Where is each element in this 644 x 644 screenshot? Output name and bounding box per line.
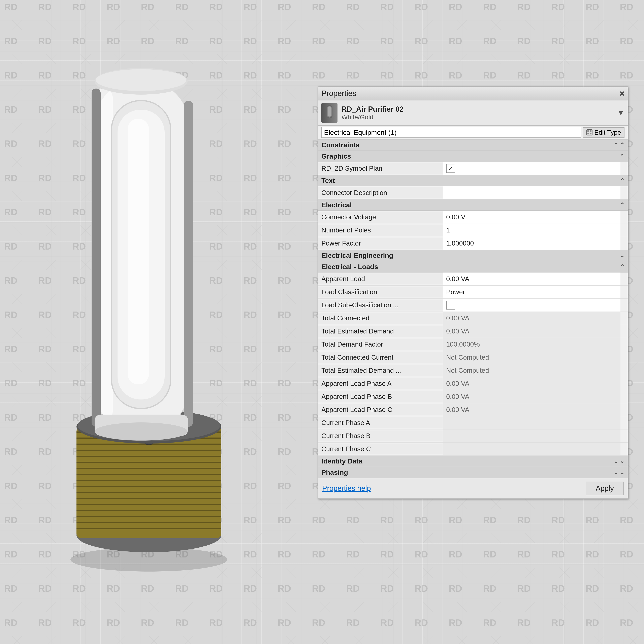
section-constraints[interactable]: Constraints ⌃ ⌃ bbox=[318, 139, 628, 151]
prop-label-connected-current: Total Connected Current bbox=[318, 352, 443, 363]
prop-row-load-class: Load Classification Power bbox=[318, 286, 628, 299]
prop-value-current-c bbox=[443, 443, 620, 455]
prop-value-demand-factor: 100.0000% bbox=[443, 338, 620, 351]
svg-rect-45 bbox=[587, 130, 589, 132]
panel-footer: Properties help Apply bbox=[318, 478, 628, 498]
prop-value-total-estimated: 0.00 VA bbox=[443, 325, 620, 338]
apply-button[interactable]: Apply bbox=[586, 482, 624, 495]
svg-rect-24 bbox=[76, 522, 221, 523]
prop-row-current-b: Current Phase B bbox=[318, 429, 628, 443]
section-identity-data[interactable]: Identity Data ⌄ ⌄ bbox=[318, 456, 628, 467]
svg-rect-16 bbox=[76, 474, 221, 475]
svg-rect-17 bbox=[76, 480, 221, 481]
edit-type-button[interactable]: Edit Type bbox=[583, 127, 624, 138]
close-button[interactable]: × bbox=[619, 89, 624, 98]
load-subclass-checkbox[interactable] bbox=[446, 301, 455, 310]
svg-rect-15 bbox=[76, 468, 221, 469]
prop-value-phase-c: 0.00 VA bbox=[443, 403, 620, 416]
prop-label-current-b: Current Phase B bbox=[318, 430, 443, 441]
svg-rect-34 bbox=[128, 119, 149, 384]
svg-rect-25 bbox=[76, 528, 221, 529]
prop-label-connector-desc: Connector Description bbox=[318, 187, 443, 198]
svg-rect-48 bbox=[590, 133, 591, 134]
panel-header: RD_Air Purifier 02 White/Gold ▼ bbox=[318, 100, 628, 126]
prop-row-connected-current: Total Connected Current Not Computed bbox=[318, 351, 628, 364]
prop-row-connector-voltage: Connector Voltage 0.00 V bbox=[318, 211, 628, 224]
prop-row-power-factor: Power Factor 1.000000 bbox=[318, 237, 628, 250]
svg-rect-22 bbox=[76, 510, 221, 511]
prop-label-current-c: Current Phase C bbox=[318, 444, 443, 454]
prop-label-rd2d: RD_2D Symbol Plan bbox=[318, 163, 443, 174]
prop-value-connected-current: Not Computed bbox=[443, 351, 620, 364]
svg-rect-21 bbox=[76, 504, 221, 505]
prop-value-total-connected: 0.00 VA bbox=[443, 312, 620, 325]
prop-value-current-a bbox=[443, 416, 620, 429]
prop-label-load-class: Load Classification bbox=[318, 287, 443, 297]
prop-row-connector-desc: Connector Description bbox=[318, 186, 628, 199]
prop-value-poles[interactable]: 1 bbox=[443, 224, 620, 237]
panel-title: Properties bbox=[321, 89, 356, 98]
properties-panel: Properties × RD_Air Purifier 02 White/Go… bbox=[318, 87, 628, 499]
panel-arrow[interactable]: ▼ bbox=[617, 109, 624, 117]
prop-row-rd2d: RD_2D Symbol Plan ✓ bbox=[318, 162, 628, 175]
svg-rect-12 bbox=[76, 450, 221, 451]
category-dropdown[interactable]: Electrical Equipment (1) bbox=[321, 127, 581, 138]
svg-point-40 bbox=[95, 422, 188, 441]
prop-value-load-subclass[interactable] bbox=[443, 299, 620, 312]
product-info: RD_Air Purifier 02 White/Gold bbox=[342, 105, 613, 121]
connector-desc-input[interactable] bbox=[446, 189, 617, 197]
prop-value-phase-b: 0.00 VA bbox=[443, 390, 620, 403]
prop-label-phase-c: Apparent Load Phase C bbox=[318, 404, 443, 415]
air-purifier-illustration bbox=[16, 40, 298, 563]
section-electrical[interactable]: Electrical ⌃ bbox=[318, 199, 628, 211]
prop-label-apparent-load: Apparent Load bbox=[318, 273, 443, 284]
properties-help-link[interactable]: Properties help bbox=[322, 484, 371, 493]
prop-label-phase-b: Apparent Load Phase B bbox=[318, 391, 443, 402]
product-icon bbox=[321, 103, 337, 123]
prop-value-load-class[interactable]: Power bbox=[443, 286, 620, 298]
prop-label-power-factor: Power Factor bbox=[318, 238, 443, 249]
svg-rect-38 bbox=[184, 101, 193, 427]
dropdown-row: Electrical Equipment (1) Edit Type bbox=[318, 126, 628, 139]
prop-row-total-estimated: Total Estimated Demand 0.00 VA bbox=[318, 325, 628, 338]
svg-rect-13 bbox=[76, 456, 221, 457]
prop-row-phase-b: Apparent Load Phase B 0.00 VA bbox=[318, 390, 628, 403]
prop-value-apparent-load[interactable]: 0.00 VA bbox=[443, 272, 620, 285]
prop-label-phase-a: Apparent Load Phase A bbox=[318, 378, 443, 389]
svg-rect-18 bbox=[76, 486, 221, 487]
edit-type-icon bbox=[586, 129, 593, 136]
rd2d-checkbox[interactable]: ✓ bbox=[446, 164, 455, 173]
product-sub: White/Gold bbox=[342, 114, 613, 121]
section-electrical-loads[interactable]: Electrical - Loads ⌃ bbox=[318, 261, 628, 272]
svg-rect-43 bbox=[328, 106, 331, 117]
prop-row-load-subclass: Load Sub-Classification ... bbox=[318, 299, 628, 312]
svg-rect-37 bbox=[92, 89, 101, 427]
panel-titlebar: Properties × bbox=[318, 87, 628, 100]
prop-value-phase-a: 0.00 VA bbox=[443, 377, 620, 390]
prop-label-total-estimated: Total Estimated Demand bbox=[318, 326, 443, 337]
prop-value-connector-voltage[interactable]: 0.00 V bbox=[443, 211, 620, 224]
section-phasing[interactable]: Phasing ⌄ ⌄ bbox=[318, 467, 628, 478]
prop-value-power-factor[interactable]: 1.000000 bbox=[443, 237, 620, 250]
svg-rect-14 bbox=[76, 462, 221, 463]
prop-row-total-estimated2: Total Estimated Demand ... Not Computed bbox=[318, 364, 628, 377]
section-graphics[interactable]: Graphics ⌃ bbox=[318, 151, 628, 162]
prop-value-rd2d[interactable]: ✓ bbox=[443, 162, 620, 175]
section-electrical-engineering[interactable]: Electrical Engineering ⌄ bbox=[318, 250, 628, 261]
prop-row-apparent-load: Apparent Load 0.00 VA bbox=[318, 272, 628, 286]
section-text[interactable]: Text ⌃ bbox=[318, 175, 628, 186]
svg-rect-19 bbox=[76, 492, 221, 493]
prop-row-poles: Number of Poles 1 bbox=[318, 224, 628, 237]
prop-value-connector-desc[interactable] bbox=[443, 186, 620, 199]
svg-rect-23 bbox=[76, 516, 221, 517]
prop-value-current-b bbox=[443, 429, 620, 442]
prop-row-phase-a: Apparent Load Phase A 0.00 VA bbox=[318, 377, 628, 390]
prop-label-total-estimated2: Total Estimated Demand ... bbox=[318, 365, 443, 376]
svg-rect-46 bbox=[590, 130, 591, 132]
prop-row-current-a: Current Phase A bbox=[318, 416, 628, 429]
svg-point-36 bbox=[96, 69, 186, 91]
prop-label-demand-factor: Total Demand Factor bbox=[318, 339, 443, 350]
prop-row-current-c: Current Phase C bbox=[318, 443, 628, 456]
prop-value-total-estimated2: Not Computed bbox=[443, 364, 620, 377]
prop-row-total-connected: Total Connected 0.00 VA bbox=[318, 312, 628, 325]
